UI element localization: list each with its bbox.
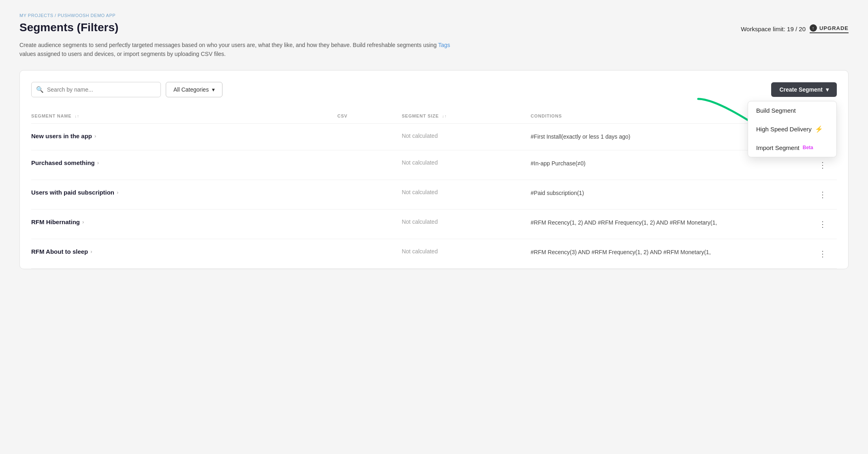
category-dropdown-button[interactable]: All Categories ▾ xyxy=(166,82,222,97)
sort-icon-size[interactable]: ↓↑ xyxy=(442,114,447,118)
search-icon: 🔍 xyxy=(36,86,44,93)
col-header-name: SEGMENT NAME ↓↑ xyxy=(31,109,337,124)
page-description: Create audience segments to send perfect… xyxy=(19,41,465,59)
segment-name-paid-subscription[interactable]: Users with paid subscription › xyxy=(31,189,331,196)
page-wrapper: MY PROJECTS / PUSHWOOSH DEMO APP Segment… xyxy=(0,0,868,454)
col-header-csv: CSV xyxy=(337,109,402,124)
csv-cell-1 xyxy=(337,150,402,180)
csv-cell-4 xyxy=(337,239,402,268)
segment-name-rfm-hibernating[interactable]: RFM Hibernating › xyxy=(31,218,331,225)
size-cell-2: Not calculated xyxy=(402,189,438,195)
dropdown-item-high-speed-delivery[interactable]: High Speed Delivery ⚡ xyxy=(748,120,836,139)
create-segment-button[interactable]: Create Segment ▾ xyxy=(771,82,837,97)
segment-name-new-users[interactable]: New users in the app › xyxy=(31,133,331,139)
toolbar: 🔍 All Categories ▾ Create Segment ▾ xyxy=(31,82,837,97)
toolbar-left: 🔍 All Categories ▾ xyxy=(31,82,222,97)
category-label: All Categories xyxy=(173,86,209,93)
beta-badge: Beta xyxy=(803,145,813,150)
page-title: Segments (Filters) xyxy=(19,21,118,34)
col-header-size: SEGMENT SIZE ↓↑ xyxy=(402,109,530,124)
create-segment-label: Create Segment xyxy=(779,86,823,93)
sort-icon-name[interactable]: ↓↑ xyxy=(75,114,79,118)
build-segment-label: Build Segment xyxy=(756,107,796,114)
chevron-right-icon: › xyxy=(82,219,84,225)
size-cell-0: Not calculated xyxy=(402,133,438,139)
upgrade-button[interactable]: ↑ UPGRADE xyxy=(810,24,849,33)
table-row: RFM Hibernating › Not calculated #RFM Re… xyxy=(31,209,837,239)
conditions-cell-2: #Paid subscription(1) xyxy=(531,190,584,196)
search-wrapper: 🔍 xyxy=(31,82,161,97)
chevron-right-icon: › xyxy=(97,160,99,166)
table-row: Purchased something › Not calculated #In… xyxy=(31,150,837,180)
tags-link[interactable]: Tags xyxy=(438,42,450,48)
table-row: New users in the app › Not calculated #F… xyxy=(31,123,837,150)
create-segment-chevron-icon: ▾ xyxy=(826,86,829,93)
workspace-info: Workspace limit: 19 / 20 ↑ UPGRADE xyxy=(741,24,849,33)
table-row: RFM About to sleep › Not calculated #RFM… xyxy=(31,239,837,268)
main-card: 🔍 All Categories ▾ Create Segment ▾ Buil… xyxy=(19,70,849,269)
csv-cell-0 xyxy=(337,123,402,150)
chevron-down-icon: ▾ xyxy=(212,86,215,93)
more-options-button-1[interactable]: ⋮ xyxy=(815,159,830,171)
csv-cell-2 xyxy=(337,180,402,209)
more-options-button-4[interactable]: ⋮ xyxy=(815,248,830,259)
segment-name-rfm-about-to-sleep[interactable]: RFM About to sleep › xyxy=(31,248,331,255)
breadcrumb-app[interactable]: PUSHWOOSH DEMO APP xyxy=(58,13,115,18)
breadcrumb: MY PROJECTS / PUSHWOOSH DEMO APP xyxy=(19,13,849,18)
size-cell-3: Not calculated xyxy=(402,218,438,225)
upgrade-arrow-icon: ↑ xyxy=(810,24,817,32)
more-options-button-3[interactable]: ⋮ xyxy=(815,218,830,230)
dropdown-item-build-segment[interactable]: Build Segment xyxy=(748,101,836,120)
chevron-right-icon: › xyxy=(94,133,96,139)
size-cell-4: Not calculated xyxy=(402,248,438,255)
workspace-limit-label: Workspace limit: 19 / 20 xyxy=(741,26,806,32)
description-text-before: Create audience segments to send perfect… xyxy=(19,42,438,48)
conditions-cell-4: #RFM Recency(3) AND #RFM Frequency(1, 2)… xyxy=(531,249,711,255)
breadcrumb-projects[interactable]: MY PROJECTS xyxy=(19,13,53,18)
more-options-button-2[interactable]: ⋮ xyxy=(815,189,830,200)
conditions-cell-1: #In-app Purchase(≠0) xyxy=(531,160,586,167)
size-cell-1: Not calculated xyxy=(402,159,438,166)
table-row: Users with paid subscription › Not calcu… xyxy=(31,180,837,209)
import-segment-label: Import Segment xyxy=(756,144,800,151)
segments-table: SEGMENT NAME ↓↑ CSV SEGMENT SIZE ↓↑ COND… xyxy=(31,109,837,269)
high-speed-delivery-label: High Speed Delivery xyxy=(756,126,812,133)
search-input[interactable] xyxy=(31,82,161,97)
dropdown-item-import-segment[interactable]: Import Segment Beta xyxy=(748,139,836,157)
csv-cell-3 xyxy=(337,209,402,239)
conditions-cell-3: #RFM Recency(1, 2) AND #RFM Frequency(1,… xyxy=(531,219,717,226)
lightning-icon: ⚡ xyxy=(815,125,823,133)
chevron-right-icon: › xyxy=(117,189,118,195)
header-row: Segments (Filters) Workspace limit: 19 /… xyxy=(19,21,849,34)
description-text-after: values assigned to users and devices, or… xyxy=(19,51,226,57)
dropdown-menu: Build Segment High Speed Delivery ⚡ Impo… xyxy=(748,101,837,157)
chevron-right-icon: › xyxy=(90,248,92,255)
conditions-cell-0: #First Install(exactly or less 1 days ag… xyxy=(531,133,631,140)
segment-name-purchased[interactable]: Purchased something › xyxy=(31,159,331,166)
upgrade-label: UPGRADE xyxy=(819,25,849,31)
table-header-row: SEGMENT NAME ↓↑ CSV SEGMENT SIZE ↓↑ COND… xyxy=(31,109,837,124)
